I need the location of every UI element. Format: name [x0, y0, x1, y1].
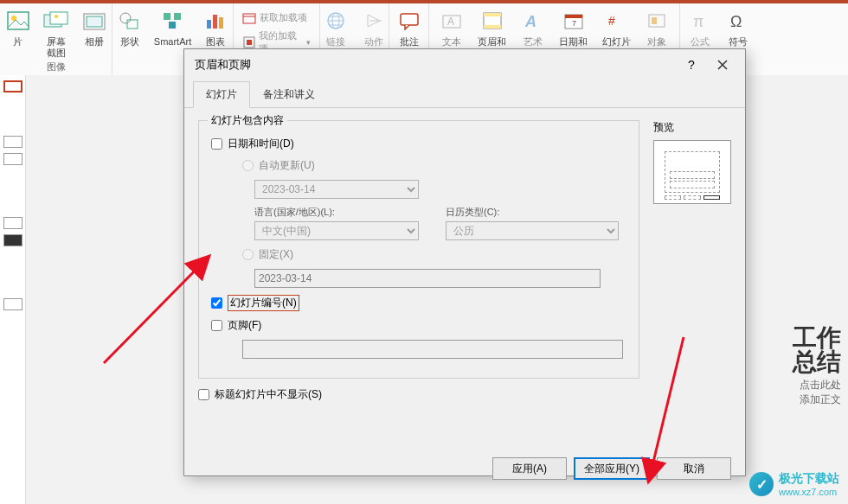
fixed-label: 固定(X) — [259, 247, 293, 262]
auto-update-radio[interactable] — [242, 160, 254, 171]
help-button[interactable]: ? — [676, 53, 707, 77]
slide-thumbnail[interactable] — [3, 136, 22, 148]
slide-thumbnail[interactable] — [3, 298, 22, 310]
footer-checkbox[interactable] — [211, 320, 222, 331]
shapes-icon — [116, 7, 144, 35]
svg-rect-32 — [652, 17, 657, 24]
close-icon — [717, 60, 728, 70]
slide-thumbnail[interactable] — [3, 217, 22, 229]
svg-point-7 — [120, 13, 131, 23]
headerfooter-icon — [479, 7, 506, 35]
store-icon — [242, 10, 256, 24]
watermark-url: www.xz7.com — [779, 487, 839, 497]
svg-rect-13 — [213, 15, 217, 29]
auto-update-label: 自动更新(U) — [259, 158, 315, 173]
object-icon — [643, 7, 671, 35]
tab-notes[interactable]: 备注和讲义 — [250, 81, 328, 108]
svg-text:#: # — [608, 14, 615, 28]
language-label: 语言(国家/地区)(L): — [254, 206, 435, 219]
slide-title: 工作总结 — [793, 326, 841, 374]
slide-thumbnail[interactable] — [3, 234, 22, 246]
ribbon-chart-button[interactable]: 图表 — [198, 5, 233, 49]
ribbon-album-button[interactable]: 相册 — [77, 5, 112, 49]
ribbon-symbol-button[interactable]: Ω 符号 — [721, 5, 755, 49]
dialog-titlebar[interactable]: 页眉和页脚 ? — [184, 49, 745, 80]
ribbon-link-button[interactable]: 链接 — [318, 5, 353, 49]
group-legend: 幻灯片包含内容 — [208, 113, 287, 128]
footer-label[interactable]: 页脚(F) — [228, 318, 261, 333]
svg-rect-15 — [243, 14, 255, 23]
action-icon — [360, 7, 388, 35]
fixed-radio[interactable] — [242, 249, 254, 260]
symbol-icon: Ω — [724, 7, 752, 35]
slide-number-checkbox[interactable] — [211, 297, 222, 309]
svg-rect-8 — [127, 20, 138, 29]
preview-label: 预览 — [653, 120, 731, 135]
watermark-name: 极光下载站 — [779, 471, 839, 487]
watermark-icon: ✓ — [749, 472, 774, 496]
datetime-label[interactable]: 日期和时间(D) — [228, 137, 294, 151]
ribbon-equation-button[interactable]: π 公式 — [683, 5, 717, 49]
album-icon — [80, 7, 108, 35]
ribbon-pictures-button[interactable]: 片 — [1, 5, 35, 49]
tab-slide[interactable]: 幻灯片 — [193, 81, 250, 108]
ribbon-screenshot-button[interactable]: 屏幕截图 — [39, 5, 74, 61]
svg-rect-6 — [87, 16, 102, 27]
addins-icon — [242, 35, 255, 49]
picture-icon — [4, 7, 32, 35]
ribbon-object-button[interactable]: 对象 — [639, 5, 674, 49]
svg-rect-28 — [565, 15, 582, 18]
link-icon — [322, 7, 350, 35]
svg-text:A: A — [524, 13, 536, 30]
svg-rect-9 — [164, 13, 170, 20]
screenshot-icon — [42, 7, 70, 35]
ribbon-action-button[interactable]: 动作 — [357, 5, 391, 49]
svg-text:Ω: Ω — [730, 13, 742, 30]
svg-rect-11 — [169, 22, 176, 29]
svg-text:7: 7 — [572, 19, 576, 28]
watermark: ✓ 极光下载站 www.xz7.com — [749, 471, 839, 497]
date-format-select[interactable]: 2023-03-14 — [254, 180, 419, 199]
ribbon-get-addins-button[interactable]: 获取加载项 — [239, 9, 314, 26]
slide-number-label[interactable]: 幻灯片编号(N) — [228, 295, 299, 311]
equation-icon: π — [686, 7, 714, 35]
svg-rect-12 — [207, 20, 211, 29]
cancel-button[interactable]: 取消 — [657, 457, 731, 480]
hide-on-title-checkbox[interactable] — [198, 389, 209, 400]
svg-text:π: π — [693, 13, 703, 30]
calendar-label: 日历类型(C): — [446, 206, 626, 219]
apply-button[interactable]: 应用(A) — [492, 457, 567, 480]
svg-text:A: A — [447, 16, 454, 28]
wordart-icon: A — [519, 7, 547, 35]
comment-icon — [395, 7, 423, 35]
slide-thumbnail[interactable] — [3, 153, 22, 165]
language-select[interactable]: 中文(中国) — [254, 221, 419, 240]
dialog-title: 页眉和页脚 — [195, 57, 251, 73]
svg-rect-3 — [50, 12, 67, 24]
apply-all-button[interactable]: 全部应用(Y) — [574, 457, 650, 480]
datetime-checkbox[interactable] — [211, 138, 222, 150]
close-button[interactable] — [707, 53, 738, 77]
hide-on-title-label[interactable]: 标题幻灯片中不显示(S) — [215, 387, 322, 402]
ribbon-smartart-button[interactable]: SmartArt — [151, 5, 195, 49]
svg-rect-25 — [484, 25, 501, 29]
slidenum-icon: # — [602, 7, 630, 35]
svg-rect-0 — [8, 12, 29, 29]
fixed-date-input[interactable] — [254, 269, 601, 288]
preview-panel: 预览 — [653, 120, 731, 204]
header-footer-dialog: 页眉和页脚 ? 幻灯片 备注和讲义 幻灯片包含内容 日期和时间(D) 自动更新(… — [183, 48, 746, 476]
svg-rect-10 — [174, 13, 181, 20]
chart-icon — [202, 7, 229, 35]
svg-point-4 — [55, 15, 58, 18]
slide-thumbnail-panel — [0, 75, 26, 504]
svg-rect-14 — [219, 17, 223, 29]
slide-content-group: 幻灯片包含内容 日期和时间(D) 自动更新(U) 2023-03-14 语言(国… — [198, 120, 639, 379]
smartart-icon — [159, 7, 187, 35]
ribbon-shapes-button[interactable]: 形状 — [112, 5, 147, 49]
footer-text-input[interactable] — [242, 340, 623, 359]
ribbon-comment-button[interactable]: 批注 — [392, 5, 427, 49]
slide-thumbnail[interactable] — [3, 80, 22, 93]
calendar-select[interactable]: 公历 — [446, 221, 619, 240]
svg-rect-24 — [484, 13, 501, 16]
preview-thumbnail — [653, 140, 731, 204]
